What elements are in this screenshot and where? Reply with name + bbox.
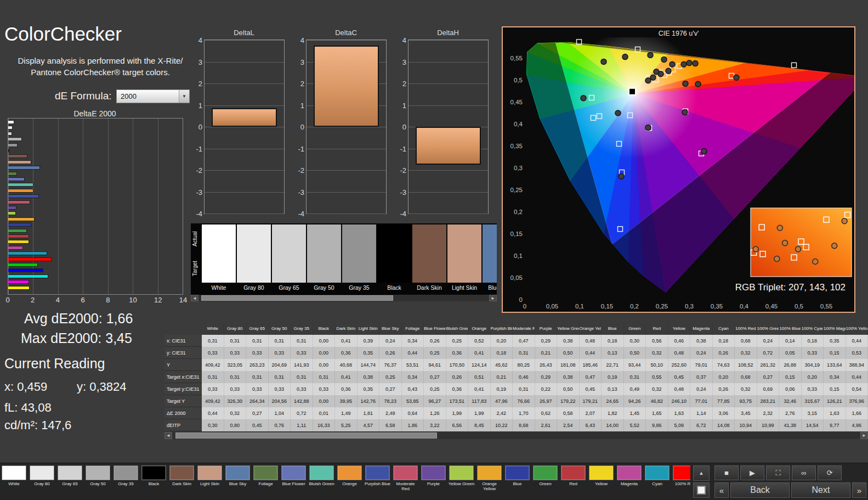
scroll-right-arrow[interactable]: ►	[860, 432, 868, 439]
gridline	[33, 119, 33, 294]
table-scrollbar[interactable]: ◄►	[164, 432, 868, 439]
toolbar-patch-button[interactable]: Black	[140, 463, 168, 500]
table-cell: 0,50	[557, 383, 580, 395]
deltae-bar	[8, 246, 22, 249]
play-icon[interactable]: ▶	[740, 465, 764, 480]
strip-scrollbar[interactable]: ◄►	[191, 295, 497, 301]
column-header: Bluish Green	[446, 323, 469, 335]
table-cell: 1,11	[291, 419, 313, 431]
toolbar-patch-button[interactable]: Orange Yellow	[475, 463, 503, 500]
back-button[interactable]: Back	[730, 482, 790, 498]
square-icon	[697, 486, 706, 495]
toolbar-patch-button[interactable]: Bluish Green	[308, 463, 336, 500]
table-cell: 0,31	[513, 383, 535, 395]
table-cell: 409,42	[202, 359, 224, 371]
table-cell: 53,85	[402, 395, 424, 407]
toolbar-patch-button[interactable]: Gray 65	[56, 463, 84, 500]
target-color	[202, 254, 236, 283]
table-cell: 0,31	[202, 335, 224, 347]
axis-tick-label: 8	[106, 296, 110, 304]
table-cell: 170,50	[446, 359, 469, 371]
scroll-right-arrow[interactable]: ►	[489, 295, 497, 301]
toolbar-patch-button[interactable]: Yellow Green	[447, 463, 475, 500]
axis-tick-label: -3	[190, 188, 202, 196]
stop-icon[interactable]: ■	[714, 465, 739, 480]
measured-point	[601, 59, 606, 64]
column-header: 100% Magenta	[824, 323, 846, 335]
patch-label: Yellow Green	[448, 481, 475, 486]
table-cell: 0,31	[513, 347, 535, 359]
back-chevron-button[interactable]: «	[714, 482, 729, 498]
patch-label: Red	[560, 481, 587, 486]
toolbar-patch-button[interactable]: Dark Skin	[168, 463, 196, 500]
axis-tick-label: 4	[292, 36, 304, 44]
table-cell: 0,26	[379, 347, 402, 359]
target-color	[307, 254, 341, 283]
toolbar-patch-button[interactable]: Gray 50	[84, 463, 112, 500]
toolbar-patch-button[interactable]: Gray 35	[112, 463, 140, 500]
axis-tick-label: 0,05	[510, 274, 523, 281]
table-cell: 0,33	[802, 383, 824, 395]
gridline	[183, 119, 183, 294]
patch-label: Gray 35	[349, 284, 369, 291]
column-header: 100% Green	[757, 323, 780, 335]
toolbar-patch-button[interactable]: Gray 80	[28, 463, 56, 500]
scroll-up-button[interactable]: ▲	[693, 465, 710, 481]
axis-tick-label: 0	[394, 123, 406, 131]
axis-tick-label: 0,15	[510, 231, 523, 237]
table-cell: 0,36	[335, 347, 358, 359]
scrollbar-thumb[interactable]	[175, 432, 437, 439]
measured-point	[734, 75, 739, 80]
toolbar-patch-button[interactable]: Blue Flower	[280, 463, 308, 500]
delta-chart-deltal: DeltaL43210-1-2-3-4	[190, 29, 284, 222]
fullscreen-icon[interactable]: ⛶	[766, 465, 790, 480]
toolbar-patch-button[interactable]: Red	[559, 463, 587, 500]
patch-window-button[interactable]	[693, 482, 710, 498]
column-header: Orange	[468, 323, 491, 335]
toolbar-patch-button[interactable]: Yellow	[587, 463, 615, 500]
target-color	[237, 254, 271, 283]
de-formula-select[interactable]: 2000 ▼	[116, 89, 190, 103]
table-cell: 4,96	[846, 419, 868, 431]
next-button[interactable]: Next	[791, 482, 850, 498]
inset-measured-point	[782, 240, 788, 246]
scrollbar-track[interactable]	[172, 432, 860, 439]
scroll-left-arrow[interactable]: ◄	[164, 432, 172, 439]
table-cell: 0,15	[824, 347, 846, 359]
axis-tick-label: -1	[292, 144, 304, 153]
toolbar-patch-button[interactable]: Green	[531, 463, 559, 500]
scroll-left-arrow[interactable]: ◄	[191, 295, 198, 301]
patch-color	[365, 465, 390, 480]
patch-color	[86, 465, 110, 480]
toolbar-patch-button[interactable]: White	[0, 463, 28, 500]
toolbar-patch-button[interactable]: Blue	[503, 463, 531, 500]
toolbar-patch-button[interactable]: Purple	[419, 463, 447, 500]
deltae-bar	[8, 206, 16, 209]
toolbar-patch-button[interactable]: Orange	[336, 463, 364, 500]
scrollbar-thumb[interactable]	[201, 295, 393, 301]
gridline	[307, 127, 386, 127]
next-chevron-button[interactable]: »	[852, 482, 866, 498]
table-cell: 0,14	[779, 335, 802, 347]
toolbar-patch-button[interactable]: Magenta	[615, 463, 643, 500]
toolbar-patch-button[interactable]: Moderate Red	[392, 463, 419, 500]
table-cell: 0,31	[224, 335, 247, 347]
toolbar-patch-button[interactable]: 100% Red	[671, 463, 690, 500]
loop-icon[interactable]: ∞	[792, 465, 816, 480]
gridline	[205, 105, 284, 106]
toolbar-patch-button[interactable]: Purplish Blue	[364, 463, 392, 500]
table-cell: 9,86	[646, 419, 668, 431]
toolbar-patch-button[interactable]: Light Skin	[196, 463, 224, 500]
deltae-x-axis: 02468101214	[8, 296, 183, 305]
toolbar-patch-button[interactable]: Blue Sky	[224, 463, 252, 500]
table-cell: 94,26	[624, 395, 646, 407]
toolbar-patch-list: WhiteGray 80Gray 65Gray 50Gray 35BlackDa…	[0, 463, 690, 500]
table-cell: 0,38	[557, 335, 580, 347]
toolbar-patch-button[interactable]: Cyan	[643, 463, 671, 500]
deltae-bar-chart	[8, 118, 183, 295]
refresh-icon[interactable]: ⟳	[818, 465, 842, 480]
toolbar-patch-button[interactable]: Foliage	[252, 463, 280, 500]
scrollbar-track[interactable]	[198, 295, 489, 301]
current-reading-heading: Current Reading	[4, 356, 105, 372]
axis-tick-label: -4	[190, 210, 202, 218]
